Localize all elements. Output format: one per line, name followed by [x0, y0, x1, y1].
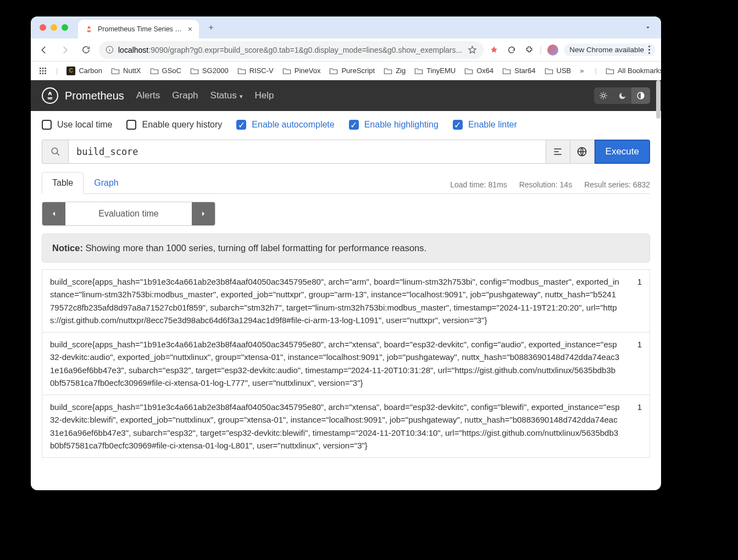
query-stats: Load time: 81ms Resolution: 14s Result s… — [450, 180, 650, 193]
notice-prefix: Notice: — [52, 243, 83, 253]
bookmark-purescript[interactable]: PureScript — [329, 66, 375, 75]
bookmark-usb[interactable]: USB — [545, 66, 571, 75]
svg-rect-9 — [45, 73, 46, 74]
svg-rect-3 — [45, 68, 46, 69]
tabs-dropdown-icon[interactable] — [640, 24, 656, 31]
checkbox-checked-icon: ✓ — [349, 120, 359, 130]
close-tab-icon[interactable]: × — [188, 25, 192, 34]
bookmark-pinevox[interactable]: PineVox — [282, 66, 321, 75]
apps-icon[interactable] — [38, 66, 47, 75]
update-chrome-chip[interactable]: New Chrome available — [564, 43, 656, 56]
nav-alerts[interactable]: Alerts — [136, 90, 160, 101]
metric-text[interactable]: build_score{apps_hash="1b91e3c4a661ab2e3… — [50, 338, 620, 389]
svg-rect-7 — [40, 73, 41, 74]
checkbox-checked-icon: ✓ — [236, 120, 246, 130]
bookmarks-bar: | CCarbon NuttX GSoC SG2000 RISC-V PineV… — [31, 62, 661, 80]
tab-table[interactable]: Table — [42, 172, 84, 194]
notice-banner: Notice: Showing more than 1000 series, t… — [42, 234, 650, 263]
execute-button[interactable]: Execute — [595, 140, 650, 164]
update-chrome-text: New Chrome available — [569, 46, 644, 54]
results-table: build_score{apps_hash="1b91e3c4a661ab2e3… — [31, 269, 661, 458]
bookmark-tinyemu[interactable]: TinyEMU — [414, 66, 456, 75]
tab-title: Prometheus Time Series Colle — [98, 25, 184, 33]
eval-next-button[interactable] — [192, 202, 215, 225]
theme-toggle — [594, 87, 650, 104]
tab-strip: Prometheus Time Series Colle × — [31, 16, 661, 38]
profile-avatar[interactable] — [547, 45, 558, 56]
prometheus-brand[interactable]: Prometheus — [42, 87, 124, 104]
bookmark-zig[interactable]: Zig — [384, 66, 406, 75]
nav-status[interactable]: Status ▾ — [210, 90, 243, 101]
reload-button[interactable] — [78, 42, 93, 58]
result-series: Result series: 6832 — [584, 180, 650, 189]
eval-prev-button[interactable] — [42, 202, 65, 225]
checkbox-icon — [126, 120, 136, 130]
separator: | — [595, 66, 597, 75]
bookmark-star64[interactable]: Star64 — [502, 66, 535, 75]
metric-text[interactable]: build_score{apps_hash="1b91e3c4a661ab2e3… — [50, 275, 620, 326]
chevron-down-icon: ▾ — [240, 93, 243, 99]
separator: | — [540, 45, 542, 55]
separator: | — [56, 66, 58, 75]
tab-graph[interactable]: Graph — [84, 172, 129, 194]
bookmark-sg2000[interactable]: SG2000 — [190, 66, 229, 75]
nav-graph[interactable]: Graph — [172, 90, 198, 101]
theme-auto-button[interactable] — [631, 87, 650, 104]
bookmarks-overflow-icon[interactable]: » — [580, 66, 584, 75]
address-bar[interactable]: localhost:9090/graph?g0.expr=build_score… — [99, 41, 484, 59]
globe-button[interactable] — [570, 140, 595, 164]
back-button[interactable] — [36, 42, 52, 58]
scrollbar[interactable] — [656, 80, 661, 119]
enable-highlighting-checkbox[interactable]: ✓ Enable highlighting — [349, 120, 439, 130]
enable-query-history-checkbox[interactable]: Enable query history — [126, 120, 222, 130]
evaluation-time-row: Evaluation time — [31, 194, 661, 231]
bookmark-star-icon[interactable] — [468, 45, 477, 54]
theme-dark-button[interactable] — [613, 87, 631, 104]
query-options: Use local time Enable query history ✓ En… — [31, 111, 661, 135]
traffic-lights — [40, 24, 68, 31]
new-tab-button[interactable] — [203, 20, 219, 35]
bookmark-nuttx[interactable]: NuttX — [111, 66, 141, 75]
maximize-window-button[interactable] — [62, 24, 68, 31]
table-row: build_score{apps_hash="1b91e3c4a661ab2e3… — [42, 395, 650, 458]
eval-time-input[interactable]: Evaluation time — [65, 202, 192, 225]
extension-icon-2[interactable] — [507, 45, 517, 55]
svg-rect-8 — [42, 73, 44, 74]
bookmark-gsoc[interactable]: GSoC — [150, 66, 181, 75]
bookmark-riscv[interactable]: RISC-V — [237, 66, 274, 75]
table-row: build_score{apps_hash="1b91e3c4a661ab2e3… — [42, 332, 650, 395]
metric-value: 1 — [631, 401, 642, 452]
nav-help[interactable]: Help — [255, 90, 274, 101]
extensions-menu-icon[interactable] — [524, 45, 534, 55]
checkbox-icon — [42, 120, 52, 130]
svg-rect-5 — [42, 70, 44, 71]
extension-icon-1[interactable] — [489, 45, 499, 55]
bookmark-carbon[interactable]: CCarbon — [66, 66, 102, 75]
query-input[interactable] — [68, 140, 546, 164]
metric-value: 1 — [631, 275, 642, 326]
minimize-window-button[interactable] — [51, 24, 57, 31]
site-info-icon[interactable] — [106, 46, 114, 54]
prometheus-logo-icon — [42, 87, 58, 104]
all-bookmarks-button[interactable]: All Bookmarks — [606, 66, 661, 75]
use-local-time-checkbox[interactable]: Use local time — [42, 120, 112, 130]
url-text: localhost:9090/graph?g0.expr=build_score… — [118, 46, 463, 54]
bookmark-ox64[interactable]: Ox64 — [464, 66, 493, 75]
svg-rect-2 — [42, 68, 44, 69]
browser-tab[interactable]: Prometheus Time Series Colle × — [78, 20, 199, 38]
metric-text[interactable]: build_score{apps_hash="1b91e3c4a661ab2e3… — [50, 401, 620, 452]
enable-linter-checkbox[interactable]: ✓ Enable linter — [453, 120, 517, 130]
enable-autocomplete-checkbox[interactable]: ✓ Enable autocomplete — [236, 120, 334, 130]
prometheus-navbar: Prometheus Alerts Graph Status ▾ Help — [31, 80, 661, 111]
evaluation-time-control: Evaluation time — [42, 202, 215, 226]
svg-point-10 — [602, 94, 604, 97]
theme-light-button[interactable] — [594, 87, 613, 104]
format-query-button[interactable] — [546, 140, 570, 164]
resolution: Resolution: 14s — [519, 180, 573, 189]
search-icon — [42, 140, 68, 164]
extension-icons — [489, 45, 534, 55]
notice-text: Showing more than 1000 series, turning o… — [83, 243, 426, 253]
checkbox-checked-icon: ✓ — [453, 120, 463, 130]
close-window-button[interactable] — [40, 24, 46, 31]
forward-button[interactable] — [57, 42, 73, 58]
